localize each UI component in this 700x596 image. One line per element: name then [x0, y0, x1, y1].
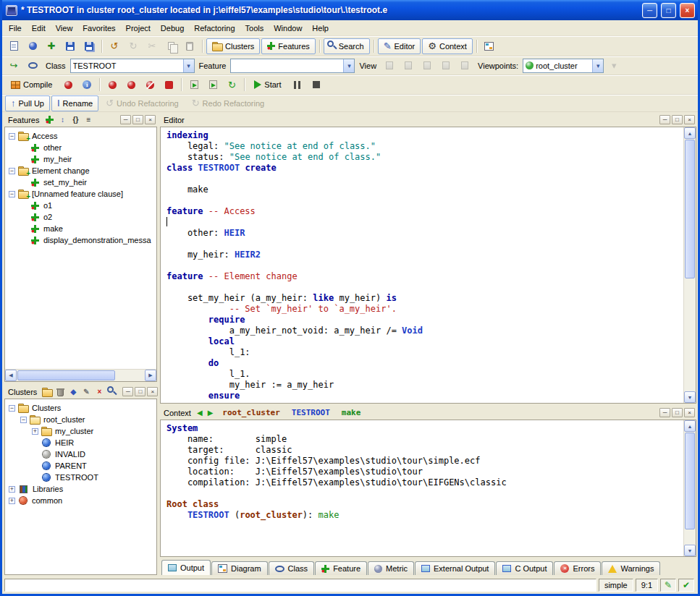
tree-item-testroot[interactable]: TESTROOT [6, 472, 156, 483]
tree-item-common[interactable]: +common [6, 495, 156, 506]
chevron-down-icon[interactable]: ▾ [592, 59, 603, 72]
step-into-icon[interactable] [204, 77, 222, 93]
features-button[interactable]: Features [261, 38, 315, 54]
chevron-down-icon[interactable]: ▾ [343, 59, 354, 72]
tab-class[interactable]: Class [269, 561, 315, 575]
stop-icon[interactable] [308, 77, 325, 93]
tree-item-display-demonstration-messa[interactable]: display_demonstration_messa [6, 234, 156, 246]
pin-icon[interactable]: ◆ [67, 386, 79, 397]
collapse-icon[interactable]: − [9, 168, 15, 174]
scrollbar-thumb[interactable] [685, 433, 695, 529]
step-over-icon[interactable] [185, 77, 203, 93]
tab-diagram[interactable]: Diagram [211, 561, 268, 575]
tab-external-output[interactable]: External Output [415, 561, 495, 575]
class-symbol-icon[interactable] [24, 58, 41, 74]
project-info-icon[interactable] [78, 77, 96, 93]
collapse-icon[interactable]: − [9, 133, 15, 140]
features-signature-icon[interactable]: {} [69, 114, 81, 125]
tree-item-invalid[interactable]: INVALID [6, 448, 156, 460]
scroll-right-icon[interactable]: ▶ [145, 370, 156, 381]
undo-icon[interactable]: ↺ [106, 38, 123, 54]
menu-tools[interactable]: Tools [240, 20, 269, 35]
refresh-icon[interactable]: ↻ [223, 77, 240, 93]
debug-run-no-stop-icon[interactable] [122, 77, 140, 93]
tree-item-clusters[interactable]: −Clusters [6, 402, 156, 414]
scrollbar-thumb[interactable] [685, 140, 695, 278]
features-close-button[interactable]: × [145, 115, 156, 124]
tree-item-my-heir[interactable]: my_heir [6, 153, 156, 165]
start-button[interactable]: Start [248, 77, 287, 93]
breadcrumb-root-cluster[interactable]: root_cluster [222, 408, 279, 417]
add-cluster-icon[interactable] [41, 386, 53, 397]
pull-up-button[interactable]: ↑Pull Up [5, 95, 50, 111]
tree-item-unnamed-feature-clause[interactable]: −+[Unnamed feature clause] [6, 188, 156, 200]
menu-help[interactable]: Help [307, 20, 334, 35]
tree-item-set-my-heir[interactable]: set_my_heir [6, 176, 156, 188]
editor-button[interactable]: ✎Editor [378, 38, 421, 54]
features-sort-icon[interactable]: ↕ [56, 114, 68, 125]
tree-item-other[interactable]: other [6, 142, 156, 153]
tab-output[interactable]: Output [161, 560, 211, 575]
expand-icon[interactable]: + [32, 428, 38, 435]
clusters-minimize-button[interactable]: ─ [122, 387, 133, 396]
menu-edit[interactable]: Edit [27, 20, 51, 35]
tree-item-o2[interactable]: o2 [6, 211, 156, 223]
collapse-icon[interactable]: − [9, 191, 15, 197]
open-in-new-tab-icon[interactable]: ↪ [5, 58, 22, 74]
restore-button[interactable]: □ [661, 3, 676, 18]
features-minimize-button[interactable]: ─ [120, 115, 131, 124]
titlebar[interactable]: * TESTROOT in cluster root_cluster locat… [2, 0, 698, 20]
tree-item-libraries[interactable]: +Libraries [6, 483, 156, 495]
tree-item-element-change[interactable]: −+Element change [6, 165, 156, 176]
context-float-button[interactable]: □ [672, 408, 683, 417]
menu-debug[interactable]: Debug [156, 20, 189, 35]
menu-refactoring[interactable]: Refactoring [189, 20, 240, 35]
tab-c-output[interactable]: C Output [496, 561, 553, 575]
remove-icon[interactable]: × [93, 386, 105, 397]
context-output-area[interactable]: System name: simple target: classic conf… [161, 420, 683, 556]
close-button[interactable]: × [680, 3, 695, 18]
class-combo[interactable]: TESTROOT▾ [70, 59, 195, 73]
tree-item-make[interactable]: make [6, 223, 156, 234]
search-cluster-icon[interactable] [106, 386, 118, 397]
tree-item-root-cluster[interactable]: −root_cluster [6, 414, 156, 425]
scrollbar-thumb[interactable] [17, 370, 115, 380]
delete-cluster-icon[interactable] [54, 386, 66, 397]
debug-run-icon[interactable] [104, 77, 121, 93]
scrollbar-track[interactable] [17, 370, 145, 381]
features-clauses-icon[interactable] [43, 114, 55, 125]
scroll-up-icon[interactable]: ▲ [684, 127, 696, 139]
compile-button[interactable]: Compile [5, 77, 58, 93]
scroll-down-icon[interactable]: ▼ [684, 545, 696, 556]
diagram-tool-icon[interactable] [481, 38, 498, 54]
pause-icon[interactable] [289, 77, 306, 93]
breadcrumb-testroot[interactable]: TESTROOT [292, 408, 330, 417]
features-tree[interactable]: −+Accessothermy_heir−+Element changeset_… [5, 127, 156, 369]
context-vertical-scrollbar[interactable]: ▲ ▼ [683, 420, 696, 556]
editor-code-area[interactable]: indexing legal: "See notice at end of cl… [161, 127, 683, 403]
clusters-close-button[interactable]: × [147, 387, 158, 396]
clusters-float-button[interactable]: □ [135, 387, 146, 396]
open-document-icon[interactable] [24, 38, 41, 54]
expand-icon[interactable]: + [9, 498, 15, 504]
tree-item-heir[interactable]: HEIR [6, 437, 156, 448]
features-flat-icon[interactable]: ≡ [83, 114, 94, 125]
tree-item-parent[interactable]: PARENT [6, 460, 156, 472]
context-button[interactable]: ⚙Context [422, 38, 473, 54]
minimize-button[interactable]: ─ [642, 3, 657, 18]
clusters-button[interactable]: Clusters [206, 38, 260, 54]
context-close-button[interactable]: × [684, 408, 695, 417]
freeze-icon[interactable] [59, 77, 77, 93]
scroll-left-icon[interactable]: ◀ [5, 370, 17, 381]
menu-window[interactable]: Window [269, 20, 307, 35]
save-all-icon[interactable] [80, 38, 98, 54]
menu-view[interactable]: View [51, 20, 78, 35]
menu-project[interactable]: Project [121, 20, 156, 35]
expand-icon[interactable]: + [9, 486, 15, 493]
viewpoints-combo[interactable]: root_cluster▾ [523, 59, 604, 73]
editor-close-button[interactable]: × [684, 115, 695, 124]
scrollbar-track[interactable] [684, 139, 696, 391]
tree-item-my-cluster[interactable]: +my_cluster [6, 425, 156, 437]
navigate-back-icon[interactable]: ◀ [195, 409, 204, 417]
rename-button[interactable]: IRename [51, 95, 98, 111]
